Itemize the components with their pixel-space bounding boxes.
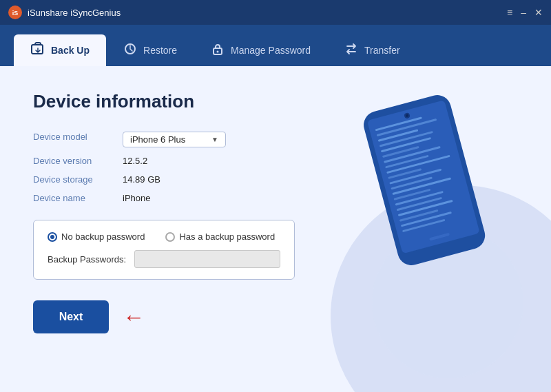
device-model-select: iPhone 6 Plus ▼ xyxy=(123,132,518,147)
model-dropdown[interactable]: iPhone 6 Plus ▼ xyxy=(123,132,226,147)
content-area: Device information Device model iPhone 6… xyxy=(33,91,518,333)
main-content: Device information Device model iPhone 6… xyxy=(0,66,551,392)
manage-password-icon xyxy=(210,42,225,59)
has-backup-radio-indicator xyxy=(165,232,175,242)
password-field-row: Backup Passwords: xyxy=(48,250,280,268)
svg-text:iS: iS xyxy=(12,10,19,17)
restore-icon xyxy=(123,42,138,59)
backup-password-input[interactable] xyxy=(134,250,280,268)
tab-restore-label: Restore xyxy=(143,45,177,56)
minimize-button[interactable]: – xyxy=(521,8,526,17)
name-label: Device name xyxy=(33,193,123,203)
has-backup-label: Has a backup password xyxy=(179,231,275,242)
page-title: Device information xyxy=(33,91,518,112)
device-info-table: Device model iPhone 6 Plus ▼ Device vers… xyxy=(33,132,518,203)
tab-backup[interactable]: Back Up xyxy=(14,34,106,66)
storage-value: 14.89 GB xyxy=(123,174,518,185)
menu-button[interactable]: ≡ xyxy=(507,8,512,17)
no-backup-radio-indicator xyxy=(48,232,57,242)
title-bar: iS iSunshare iSyncGenius ≡ – ✕ xyxy=(0,0,551,25)
tab-backup-label: Back Up xyxy=(51,45,90,56)
no-backup-label: No backup password xyxy=(61,231,145,242)
transfer-icon xyxy=(344,42,359,59)
backup-icon xyxy=(30,42,45,59)
tab-manage-password[interactable]: Manage Password xyxy=(194,34,327,66)
no-backup-radio[interactable]: No backup password xyxy=(48,231,145,242)
dropdown-arrow-icon: ▼ xyxy=(211,136,218,143)
password-box: No backup password Has a backup password… xyxy=(33,220,295,280)
version-label: Device version xyxy=(33,156,123,166)
tab-transfer-label: Transfer xyxy=(364,45,400,56)
name-value: iPhone xyxy=(123,193,518,203)
backup-passwords-label: Backup Passwords: xyxy=(48,254,126,265)
arrow-icon: ← xyxy=(123,306,145,328)
model-label: Device model xyxy=(33,132,123,147)
window-controls: ≡ – ✕ xyxy=(507,8,543,17)
has-backup-radio[interactable]: Has a backup password xyxy=(165,231,275,242)
nav-bar: Back Up Restore Manage Password Transfer xyxy=(0,25,551,66)
tab-restore[interactable]: Restore xyxy=(106,34,194,66)
radio-row: No backup password Has a backup password xyxy=(48,231,280,242)
app-logo: iS xyxy=(8,6,22,19)
close-button[interactable]: ✕ xyxy=(534,8,543,17)
title-bar-left: iS iSunshare iSyncGenius xyxy=(8,6,121,19)
storage-label: Device storage xyxy=(33,174,123,185)
model-value: iPhone 6 Plus xyxy=(130,134,185,145)
next-button[interactable]: Next xyxy=(33,300,109,333)
tab-transfer[interactable]: Transfer xyxy=(327,34,417,66)
version-value: 12.5.2 xyxy=(123,156,518,166)
svg-point-5 xyxy=(217,50,219,52)
app-title: iSunshare iSyncGenius xyxy=(28,8,121,18)
tab-manage-password-label: Manage Password xyxy=(231,45,311,56)
bottom-bar: Next ← xyxy=(33,300,518,333)
